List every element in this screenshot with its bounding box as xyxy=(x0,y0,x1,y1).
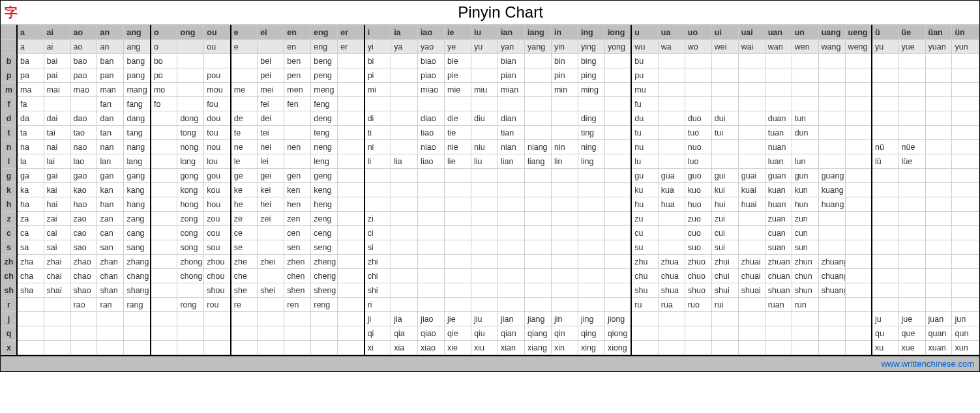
syllable-cell xyxy=(898,68,925,83)
syllable-cell: ca xyxy=(17,226,44,240)
syllable-cell: bei xyxy=(258,54,284,68)
table-row: bbabaibaobanbangbobeibenbengbibiaobiebia… xyxy=(1,54,979,68)
initial-header: x xyxy=(1,341,18,355)
pinyin-chart-container: 字 Pinyin Chart aaiaoanangoongoueeienenge… xyxy=(0,0,980,372)
syllable-cell: chun xyxy=(792,269,818,283)
syllable-cell xyxy=(151,255,177,269)
table-row: qqiqiaqiaoqieqiuqianqiangqinqingqiongquq… xyxy=(1,326,979,341)
syllable-cell: po xyxy=(151,68,177,83)
syllable-cell: chao xyxy=(70,269,97,283)
syllable-cell xyxy=(445,298,471,312)
syllable-cell xyxy=(551,283,578,298)
syllable-cell xyxy=(872,226,898,240)
syllable-cell xyxy=(578,169,604,183)
syllable-cell xyxy=(792,140,818,154)
syllable-cell: ben xyxy=(284,54,311,68)
syllable-cell: zong xyxy=(177,212,204,226)
syllable-cell xyxy=(578,283,604,298)
syllable-cell: dou xyxy=(204,111,231,126)
initial-header: d xyxy=(1,111,18,126)
syllable-cell xyxy=(952,169,979,183)
syllable-cell: wo xyxy=(685,40,711,54)
syllable-cell: miao xyxy=(418,83,445,97)
syllable-cell: zei xyxy=(258,212,284,226)
initial-header: f xyxy=(1,97,18,111)
syllable-cell xyxy=(845,111,872,126)
syllable-cell xyxy=(818,111,845,126)
syllable-cell xyxy=(524,226,551,240)
syllable-cell xyxy=(177,40,204,54)
syllable-cell: ling xyxy=(578,154,604,169)
table-row: ttataitaotantangtongtouteteitengtitiaoti… xyxy=(1,126,979,140)
syllable-cell: zu xyxy=(631,212,658,226)
syllable-cell: gen xyxy=(284,169,311,183)
syllable-cell xyxy=(391,68,418,83)
syllable-cell: ren xyxy=(284,298,311,312)
syllable-cell xyxy=(925,255,952,269)
syllable-cell: ping xyxy=(578,68,604,83)
syllable-cell xyxy=(151,154,177,169)
syllable-cell: chui xyxy=(711,269,738,283)
syllable-cell: gui xyxy=(711,169,738,183)
syllable-cell: ka xyxy=(17,183,44,197)
syllable-cell: di xyxy=(364,111,391,126)
syllable-cell xyxy=(151,240,177,255)
syllable-cell: quan xyxy=(925,326,952,341)
syllable-cell xyxy=(604,140,631,154)
syllable-cell: qu xyxy=(872,326,898,341)
syllable-cell: wu xyxy=(631,40,658,54)
footer-link[interactable]: www.writtenchinese.com xyxy=(882,359,974,369)
syllable-cell xyxy=(658,140,685,154)
syllable-cell xyxy=(471,169,498,183)
syllable-cell xyxy=(124,341,151,355)
syllable-cell xyxy=(551,169,578,183)
syllable-cell: bin xyxy=(551,54,578,68)
syllable-cell xyxy=(952,240,979,255)
syllable-cell xyxy=(338,269,364,283)
syllable-cell xyxy=(524,298,551,312)
syllable-cell: zuan xyxy=(765,212,792,226)
syllable-cell xyxy=(418,226,445,240)
syllable-cell: xie xyxy=(445,341,471,355)
syllable-cell xyxy=(898,83,925,97)
syllable-cell: bang xyxy=(124,54,151,68)
syllable-cell xyxy=(658,326,685,341)
syllable-cell xyxy=(952,283,979,298)
syllable-cell: shi xyxy=(364,283,391,298)
syllable-cell xyxy=(391,212,418,226)
syllable-cell: zhao xyxy=(70,255,97,269)
syllable-cell xyxy=(364,183,391,197)
syllable-cell xyxy=(445,183,471,197)
syllable-cell xyxy=(845,126,872,140)
syllable-cell: zhuang xyxy=(818,255,845,269)
syllable-cell: ru xyxy=(631,298,658,312)
final-header: iong xyxy=(604,25,631,40)
syllable-cell: keng xyxy=(311,183,338,197)
syllable-cell: zhen xyxy=(284,255,311,269)
syllable-cell xyxy=(604,83,631,97)
header-row: aaiaoanangoongoueeienengeriiaiaoieiuiani… xyxy=(1,25,979,40)
syllable-cell xyxy=(818,54,845,68)
syllable-cell: chuan xyxy=(765,269,792,283)
syllable-cell xyxy=(952,140,979,154)
syllable-cell: guo xyxy=(685,169,711,183)
syllable-cell: e xyxy=(231,40,258,54)
syllable-cell: lou xyxy=(204,154,231,169)
syllable-cell xyxy=(258,341,284,355)
syllable-cell xyxy=(391,183,418,197)
syllable-cell xyxy=(872,126,898,140)
syllable-cell xyxy=(845,68,872,83)
syllable-cell: qun xyxy=(952,326,979,341)
syllable-cell xyxy=(604,212,631,226)
syllable-cell: zhu xyxy=(631,255,658,269)
syllable-cell xyxy=(738,126,765,140)
syllable-cell: lie xyxy=(445,154,471,169)
syllable-cell xyxy=(391,226,418,240)
final-header: ü xyxy=(872,25,898,40)
syllable-cell xyxy=(338,68,364,83)
syllable-cell xyxy=(231,312,258,326)
syllable-cell: bie xyxy=(445,54,471,68)
syllable-cell: lüe xyxy=(898,154,925,169)
syllable-cell: cuan xyxy=(765,226,792,240)
syllable-cell: ze xyxy=(231,212,258,226)
